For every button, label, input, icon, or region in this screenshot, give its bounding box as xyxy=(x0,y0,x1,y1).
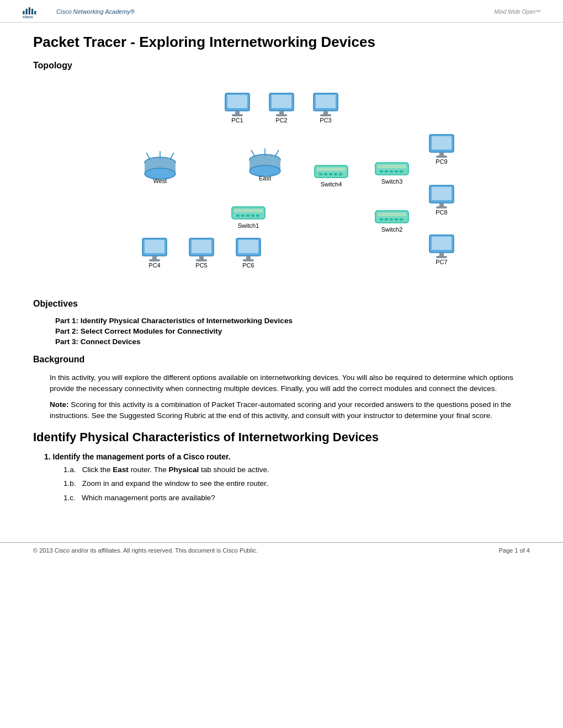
objectives-list: Part 1: Identify Physical Characteristic… xyxy=(50,317,530,346)
svg-rect-1 xyxy=(26,9,28,14)
west-router-icon xyxy=(145,151,176,179)
tagline: Mind Wide Open™ xyxy=(495,9,541,15)
num-number-1: 1. xyxy=(44,452,51,461)
sub-prefix-1b: 1.b. xyxy=(63,479,80,488)
topology-svg: PC1 PC2 PC3 West East Switch4 Switch3 PC… xyxy=(94,78,469,288)
note-prefix: Note: xyxy=(50,400,69,409)
background-heading: Background xyxy=(33,355,530,365)
switch3-icon xyxy=(375,163,408,175)
svg-rect-3 xyxy=(31,9,33,14)
background-note: Note: Scoring for this activity is a com… xyxy=(50,399,530,422)
topology-heading: Topology xyxy=(33,61,530,71)
sub-text-1a-post: tab should be active. xyxy=(201,465,269,474)
svg-rect-11 xyxy=(94,78,109,83)
svg-rect-4 xyxy=(34,11,36,15)
pc8-label: PC8 xyxy=(435,209,447,216)
sub-prefix-1c: 1.c. xyxy=(63,494,79,502)
switch1-label: Switch1 xyxy=(238,222,259,229)
svg-rect-2 xyxy=(29,7,30,14)
svg-rect-22 xyxy=(102,79,105,82)
west-label: West xyxy=(153,178,167,184)
switch2-label: Switch2 xyxy=(381,226,403,233)
pc8-icon xyxy=(429,185,454,208)
pc9-icon xyxy=(429,135,454,158)
svg-rect-6 xyxy=(94,78,106,81)
svg-point-12 xyxy=(94,78,109,88)
page-header: cisco Cisco Networking Academy® Mind Wid… xyxy=(0,0,563,23)
svg-rect-21 xyxy=(97,79,100,82)
sub-text-1a-pre: Click the xyxy=(82,465,113,474)
academy-label: Cisco Networking Academy® xyxy=(56,8,135,15)
east-label: East xyxy=(259,175,271,181)
sub-item-1b: 1.b. Zoom in and expand the window to se… xyxy=(63,478,530,489)
pc7-icon xyxy=(429,235,454,258)
sub-prefix-1a: 1.a. xyxy=(63,465,80,474)
pc3-label: PC3 xyxy=(320,117,331,124)
east-router-icon xyxy=(249,148,280,176)
sub-bold-physical: Physical xyxy=(168,465,199,474)
note-body: Scoring for this activity is a combinati… xyxy=(50,400,511,420)
pc9-label: PC9 xyxy=(435,158,447,165)
cisco-logo-icon: cisco xyxy=(22,4,51,19)
sub-item-1c: 1.c. Which management ports are availabl… xyxy=(63,493,530,504)
pc6-label: PC6 xyxy=(242,262,254,269)
switch2-icon xyxy=(375,211,408,223)
pc2-icon xyxy=(269,93,294,116)
objective-item-3: Part 3: Connect Devices xyxy=(55,338,530,346)
num-heading-text-1: Identify the management ports of a Cisco… xyxy=(53,452,231,461)
topology-diagram: PC1 PC2 PC3 West East Switch4 Switch3 PC… xyxy=(33,78,530,288)
switch3-label: Switch3 xyxy=(381,178,403,185)
background-section: Background In this activity, you will ex… xyxy=(33,355,530,421)
switch1-icon xyxy=(232,207,265,219)
sub-items-1: 1.a. Click the East router. The Physical… xyxy=(63,464,530,504)
main-content: Packet Tracer - Exploring Internetworkin… xyxy=(0,23,563,526)
footer-copyright: © 2013 Cisco and/or its affiliates. All … xyxy=(33,547,258,554)
footer-page-info: Page 1 of 4 xyxy=(499,547,530,554)
page-footer: © 2013 Cisco and/or its affiliates. All … xyxy=(0,542,563,558)
svg-rect-0 xyxy=(23,11,24,15)
pc1-label: PC1 xyxy=(231,117,243,124)
sub-text-1c: Which management ports are available? xyxy=(82,494,215,502)
pc7-label: PC7 xyxy=(435,259,447,265)
sub-text-1b: Zoom in and expand the window to see the… xyxy=(82,479,268,488)
svg-text:cisco: cisco xyxy=(23,15,33,19)
svg-rect-20 xyxy=(94,79,95,82)
pc6-icon xyxy=(236,238,261,261)
sub-bold-east: East xyxy=(113,465,129,474)
objective-item-1: Part 1: Identify Physical Characteristic… xyxy=(55,317,530,325)
big-section-title: Identify Physical Characteristics of Int… xyxy=(33,430,530,445)
switch4-icon xyxy=(315,165,348,178)
svg-rect-9 xyxy=(94,84,99,86)
num-heading-1: 1. Identify the management ports of a Ci… xyxy=(44,452,530,461)
page-title: Packet Tracer - Exploring Internetworkin… xyxy=(33,34,530,51)
switch4-label: Switch4 xyxy=(321,181,342,188)
objectives-heading: Objectives xyxy=(33,299,530,309)
pc3-icon xyxy=(314,93,338,116)
numbered-item-1: 1. Identify the management ports of a Ci… xyxy=(33,452,530,504)
pc5-label: PC5 xyxy=(195,262,207,269)
pc4-label: PC4 xyxy=(148,262,160,269)
sub-item-1a: 1.a. Click the East router. The Physical… xyxy=(63,464,530,475)
background-para-1: In this activity, you will explore the d… xyxy=(50,372,530,395)
pc2-label: PC2 xyxy=(275,117,287,124)
objective-item-2: Part 2: Select Correct Modules for Conne… xyxy=(55,327,530,335)
pc4-icon xyxy=(142,238,167,261)
pc1-icon xyxy=(225,93,249,116)
sub-text-1a-mid: router. The xyxy=(131,465,169,474)
svg-rect-16 xyxy=(94,78,110,84)
pc5-icon xyxy=(189,238,214,261)
objectives-section: Objectives Part 1: Identify Physical Cha… xyxy=(33,299,530,346)
svg-rect-8 xyxy=(94,81,96,84)
header-left: cisco Cisco Networking Academy® xyxy=(22,4,135,19)
